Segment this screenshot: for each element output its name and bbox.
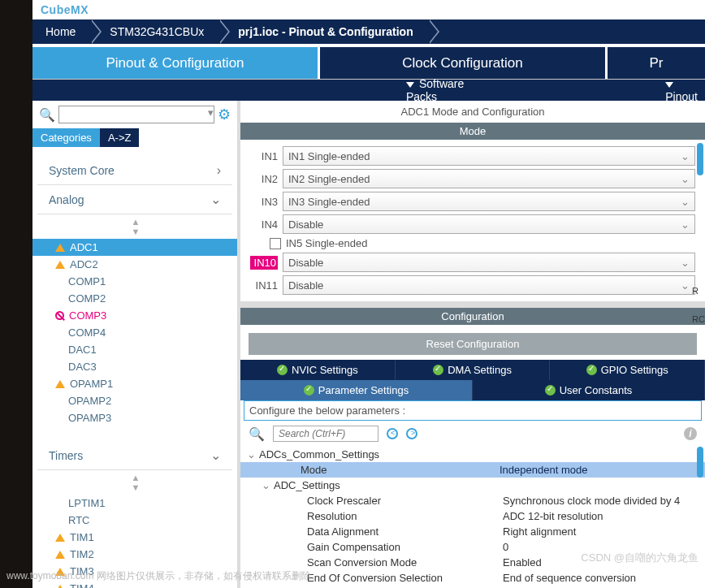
tab-project[interactable]: Pr xyxy=(608,47,705,79)
search-icon: 🔍 xyxy=(39,107,55,123)
crumb-home[interactable]: Home xyxy=(32,19,90,44)
param-tree: ⌄ADCs_Common_Settings ModeIndependent mo… xyxy=(240,447,705,588)
gear-icon[interactable]: ⚙ xyxy=(218,106,231,123)
group-adcs-common[interactable]: ⌄ADCs_Common_Settings xyxy=(247,447,699,462)
scrollbar[interactable] xyxy=(697,447,703,478)
chevron-down-icon: ⌄ xyxy=(210,447,221,463)
crumb-file[interactable]: prj1.ioc - Pinout & Configuration xyxy=(218,19,427,44)
cat-tab-categories[interactable]: Categories xyxy=(32,128,100,147)
item-adc2[interactable]: ADC2 xyxy=(50,256,237,273)
warning-icon xyxy=(55,261,65,269)
app-logo: CubeMX xyxy=(32,0,705,19)
subtab-gpio[interactable]: GPIO Settings xyxy=(550,360,705,380)
sort-icon[interactable]: ▲▼ xyxy=(32,470,237,495)
item-opamp3[interactable]: OPAMP3 xyxy=(50,409,237,426)
tab-clock[interactable]: Clock Configuration xyxy=(320,47,608,79)
left-panel: 🔍 ▾ ⚙ Categories A->Z System Core› Analo… xyxy=(32,101,240,588)
item-comp2[interactable]: COMP2 xyxy=(50,290,237,307)
param-clock-prescaler[interactable]: Clock PrescalerSynchronous clock mode di… xyxy=(247,493,699,508)
mode-select-in10[interactable]: Disable⌄ xyxy=(283,253,695,272)
panel-title: ADC1 Mode and Configuration xyxy=(240,101,705,123)
item-lptim1[interactable]: LPTIM1 xyxy=(50,495,237,512)
param-resolution[interactable]: ResolutionADC 12-bit resolution xyxy=(247,508,699,524)
item-comp3[interactable]: COMP3 xyxy=(50,307,237,324)
mode-label-in10: IN10 xyxy=(250,256,278,270)
item-rtc[interactable]: RTC xyxy=(50,512,237,529)
chevron-down-icon: ⌄ xyxy=(681,196,690,208)
chevron-down-icon: ⌄ xyxy=(681,257,690,269)
subbar-pinout[interactable]: Pinout xyxy=(665,77,705,103)
search-select[interactable]: ▾ xyxy=(58,106,214,123)
item-comp1[interactable]: COMP1 xyxy=(50,273,237,290)
reset-button[interactable]: Reset Configuration xyxy=(249,333,697,355)
mode-check-in5[interactable]: IN5 Single-ended xyxy=(250,237,695,249)
group-adc-settings[interactable]: ⌄ADC_Settings xyxy=(247,478,699,493)
chevron-right-icon: › xyxy=(217,163,221,178)
chevron-down-icon: ⌄ xyxy=(681,150,690,162)
info-icon[interactable]: i xyxy=(684,427,697,440)
warning-icon xyxy=(55,534,65,542)
tab-pinout[interactable]: Pinout & Configuration xyxy=(32,47,320,79)
mode-section: IN1IN1 Single-ended⌄ IN2IN2 Single-ended… xyxy=(240,140,705,301)
subtab-user[interactable]: User Constants xyxy=(473,380,705,400)
chevron-down-icon xyxy=(665,82,673,88)
sub-bar: Software Packs Pinout xyxy=(32,80,705,101)
warning-icon xyxy=(55,585,65,589)
mode-select-in1[interactable]: IN1 Single-ended⌄ xyxy=(283,146,695,166)
error-icon xyxy=(55,311,64,320)
warning-icon xyxy=(55,380,65,388)
item-opamp1[interactable]: OPAMP1 xyxy=(50,375,237,392)
item-adc1[interactable]: ADC1 xyxy=(32,239,237,256)
param-search-input[interactable] xyxy=(273,426,378,442)
check-icon xyxy=(304,385,314,396)
right-panel: ADC1 Mode and Configuration Mode IN1IN1 … xyxy=(240,101,705,588)
item-comp4[interactable]: COMP4 xyxy=(50,324,237,341)
mode-select-in11[interactable]: Disable⌄ xyxy=(283,275,695,295)
watermark-csdn: CSDN @自嘲的六角龙鱼 xyxy=(581,551,699,565)
check-icon xyxy=(586,365,597,375)
crumb-chip[interactable]: STM32G431CBUx xyxy=(90,19,218,44)
checkbox-icon[interactable] xyxy=(270,238,281,249)
subbar-packs[interactable]: Software Packs xyxy=(406,77,487,103)
cat-tab-az[interactable]: A->Z xyxy=(100,128,140,147)
item-dac3[interactable]: DAC3 xyxy=(50,358,237,375)
sort-icon[interactable]: ▲▼ xyxy=(32,214,237,239)
item-tim1[interactable]: TIM1 xyxy=(50,529,237,546)
mode-label-in3: IN3 xyxy=(250,196,278,208)
subtab-param[interactable]: Parameter Settings xyxy=(240,380,473,400)
group-timers[interactable]: Timers⌄ xyxy=(37,441,232,470)
param-data-alignment[interactable]: Data AlignmentRight alignment xyxy=(247,524,699,539)
mode-label-in4: IN4 xyxy=(250,218,278,231)
mode-label-in1: IN1 xyxy=(250,150,278,162)
side-labels: R RC xyxy=(692,284,705,327)
scrollbar[interactable] xyxy=(697,143,703,175)
watermark-text: www.toymoban.com 网络图片仅供展示，非存储，如有侵权请联系删除。 xyxy=(6,569,321,583)
item-opamp2[interactable]: OPAMP2 xyxy=(50,392,237,409)
mode-select-in3[interactable]: IN3 Single-ended⌄ xyxy=(283,192,695,211)
param-hint: Configure the below parameters : xyxy=(244,400,702,421)
group-system-core[interactable]: System Core› xyxy=(37,157,232,185)
chevron-down-icon xyxy=(406,82,414,88)
mode-select-in2[interactable]: IN2 Single-ended⌄ xyxy=(283,169,695,188)
breadcrumb: Home STM32G431CBUx prj1.ioc - Pinout & C… xyxy=(32,19,705,44)
mode-select-in4[interactable]: Disable⌄ xyxy=(283,214,695,234)
mode-label-in11: IN11 xyxy=(250,279,278,292)
group-analog[interactable]: Analog⌄ xyxy=(37,185,232,214)
search-icon: 🔍 xyxy=(249,426,265,442)
subtab-dma[interactable]: DMA Settings xyxy=(396,360,551,380)
param-mode[interactable]: ModeIndependent mode xyxy=(240,462,705,478)
next-icon[interactable] xyxy=(406,428,417,439)
chevron-down-icon: ⌄ xyxy=(681,173,690,185)
mode-label-in2: IN2 xyxy=(250,173,278,185)
warning-icon xyxy=(55,551,65,559)
main-tabs: Pinout & Configuration Clock Configurati… xyxy=(32,47,705,80)
check-icon xyxy=(433,365,443,375)
subtab-nvic[interactable]: NVIC Settings xyxy=(240,360,396,380)
prev-icon[interactable] xyxy=(387,428,398,439)
config-header: Configuration xyxy=(240,308,705,325)
check-icon xyxy=(277,365,288,375)
item-tim2[interactable]: TIM2 xyxy=(50,546,237,563)
warning-icon xyxy=(55,244,65,252)
analog-items: ADC1 ADC2 COMP1 COMP2 COMP3 COMP4 DAC1 D… xyxy=(32,239,237,426)
item-dac1[interactable]: DAC1 xyxy=(50,341,237,358)
